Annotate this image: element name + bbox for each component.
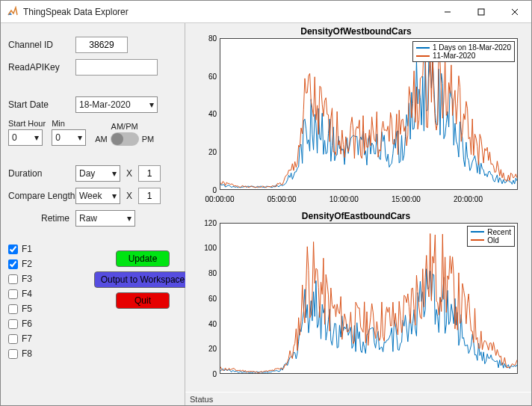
controls-panel: Channel ID ReadAPIKey Start Date 18-Mar-… — [1, 23, 185, 405]
duration-count-input[interactable] — [138, 165, 161, 182]
field-label: F5 — [22, 304, 32, 314]
field-checkbox-f7[interactable]: F7 — [8, 331, 32, 346]
am-label: AM — [95, 135, 108, 144]
y-tick: 0 — [190, 185, 217, 194]
start-date-picker[interactable]: 18-Mar-2020 ▾ — [75, 96, 158, 113]
field-checkboxes: F1F2F3F4F5F6F7F8 — [8, 242, 32, 361]
compare-select[interactable]: Week▾ — [75, 188, 120, 204]
legend-swatch — [416, 47, 430, 49]
chevron-down-icon: ▾ — [112, 191, 117, 201]
retime-label: Retime — [8, 213, 75, 224]
trace-1 — [220, 41, 517, 188]
retime-select[interactable]: Raw▾ — [75, 210, 135, 227]
matlab-icon — [7, 6, 19, 18]
ampm-label: AM/PM — [111, 122, 138, 131]
field-checkbox-f3[interactable]: F3 — [8, 271, 32, 286]
legend-label: Recent — [487, 228, 511, 236]
legend-item: Old — [471, 236, 511, 244]
start-hour-select[interactable]: 0▾ — [8, 129, 43, 146]
chevron-down-icon: ▾ — [127, 213, 132, 224]
field-label: F2 — [22, 259, 32, 269]
x-tick: 00:00:00 — [205, 195, 235, 203]
pm-label: PM — [142, 135, 155, 144]
y-tick: 40 — [190, 319, 217, 327]
x-tick: 20:00:00 — [454, 195, 483, 203]
y-tick: 120 — [190, 218, 217, 227]
compare-label: Compare Length — [8, 191, 75, 201]
legend[interactable]: 1 Days on 18-Mar-202011-Mar-2020 — [412, 41, 515, 62]
checkbox-f1[interactable] — [8, 244, 18, 254]
x-tick: 10:00:00 — [330, 195, 359, 203]
quit-button[interactable]: Quit — [116, 292, 170, 309]
y-tick: 0 — [190, 370, 217, 378]
checkbox-f7[interactable] — [8, 334, 18, 344]
field-label: F3 — [22, 274, 32, 284]
duration-label: Duration — [8, 168, 75, 179]
checkbox-f6[interactable] — [8, 319, 18, 329]
legend-label: Old — [487, 236, 499, 244]
y-tick: 80 — [190, 34, 217, 43]
field-checkbox-f4[interactable]: F4 — [8, 286, 32, 301]
trace-1 — [220, 233, 517, 372]
duration-x-label: X — [126, 168, 132, 179]
maximize-button[interactable] — [464, 1, 498, 22]
read-api-key-input[interactable] — [75, 59, 158, 76]
field-checkbox-f8[interactable]: F8 — [8, 346, 32, 361]
chevron-down-icon: ▾ — [78, 132, 82, 143]
field-label: F1 — [22, 244, 32, 254]
read-api-key-label: ReadAPIKey — [8, 62, 75, 73]
field-checkbox-f5[interactable]: F5 — [8, 301, 32, 316]
start-date-label: Start Date — [8, 99, 75, 110]
status-bar: Status — [185, 392, 531, 405]
legend[interactable]: RecentOld — [467, 226, 515, 247]
plot-eastbound: DensityOfEastboundCars020406080100120Rec… — [190, 212, 522, 391]
trace-0 — [220, 268, 517, 372]
field-label: F4 — [22, 289, 32, 299]
plot-westbound: DensityOfWestboundCars02040608000:00:000… — [190, 28, 522, 206]
update-button[interactable]: Update — [116, 250, 170, 267]
checkbox-f4[interactable] — [8, 289, 18, 299]
x-tick: 15:00:00 — [392, 195, 421, 203]
legend-item: Recent — [471, 228, 511, 236]
start-date-value: 18-Mar-2020 — [79, 99, 131, 110]
duration-select[interactable]: Day▾ — [75, 165, 120, 182]
chevron-down-icon: ▾ — [149, 99, 154, 110]
y-tick: 60 — [190, 72, 217, 80]
output-to-workspace-button[interactable]: Output to Workspace — [94, 271, 191, 288]
min-label: Min — [52, 119, 65, 128]
field-checkbox-f6[interactable]: F6 — [8, 316, 32, 331]
legend-swatch — [416, 55, 430, 57]
close-button[interactable] — [498, 1, 531, 22]
legend-item: 1 Days on 18-Mar-2020 — [416, 43, 511, 52]
chevron-down-icon: ▾ — [34, 132, 39, 143]
plots-panel: DensityOfWestboundCars02040608000:00:000… — [185, 23, 531, 405]
checkbox-f2[interactable] — [8, 259, 18, 269]
ampm-toggle[interactable] — [111, 132, 139, 146]
minimize-button[interactable] — [430, 1, 464, 22]
chevron-down-icon: ▾ — [112, 168, 117, 179]
compare-x-label: X — [126, 191, 132, 201]
channel-id-input[interactable] — [75, 37, 128, 53]
min-select[interactable]: 0▾ — [52, 129, 86, 146]
y-tick: 100 — [190, 244, 217, 252]
y-tick: 20 — [190, 345, 217, 353]
window-title: ThingSpeak Data Explorer — [23, 7, 430, 17]
plot-title: DensityOfEastboundCars — [190, 211, 522, 221]
y-tick: 40 — [190, 110, 217, 118]
field-checkbox-f2[interactable]: F2 — [8, 256, 32, 271]
legend-item: 11-Mar-2020 — [416, 52, 511, 60]
y-tick: 20 — [190, 147, 217, 156]
checkbox-f5[interactable] — [8, 304, 18, 314]
title-bar: ThingSpeak Data Explorer — [1, 1, 531, 23]
legend-swatch — [471, 231, 484, 233]
checkbox-f3[interactable] — [8, 274, 18, 284]
checkbox-f8[interactable] — [8, 349, 18, 359]
y-tick: 60 — [190, 294, 217, 302]
y-tick: 80 — [190, 269, 217, 277]
svg-rect-1 — [478, 9, 484, 15]
legend-swatch — [471, 239, 484, 241]
x-tick: 05:00:00 — [267, 195, 297, 203]
compare-count-input[interactable] — [138, 188, 161, 204]
legend-label: 11-Mar-2020 — [433, 52, 475, 60]
field-checkbox-f1[interactable]: F1 — [8, 242, 32, 256]
